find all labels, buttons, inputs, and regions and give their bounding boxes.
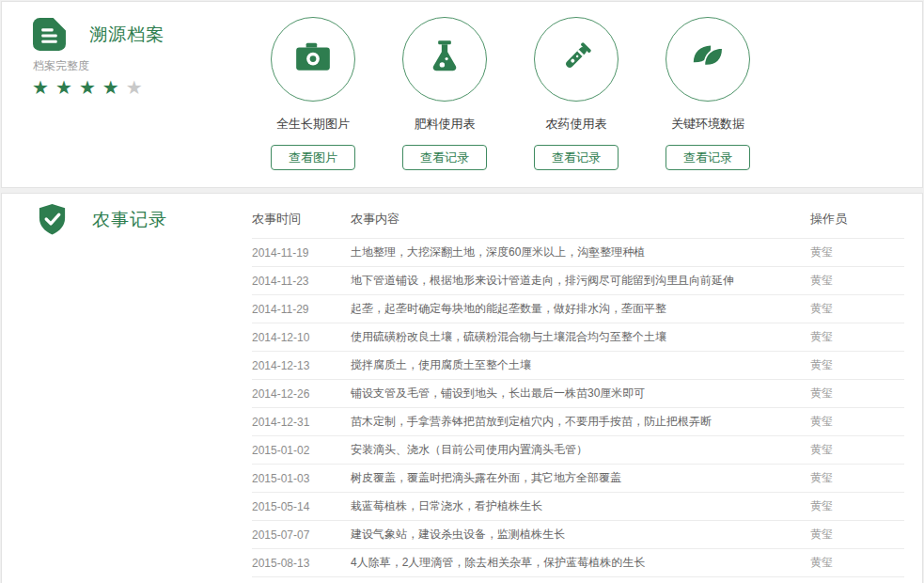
cell-content: 树皮覆盖，覆盖时把滴头露在外面，其它地方全部覆盖 bbox=[351, 465, 810, 493]
feature-growth-photos: 全生长期图片 查看图片 bbox=[247, 17, 379, 170]
fertilizer-circle[interactable] bbox=[402, 17, 487, 102]
completeness-label: 档案完整度 bbox=[33, 58, 239, 74]
view-photos-button[interactable]: 查看图片 bbox=[271, 145, 355, 170]
feature-environment: 关键环境数据 查看记录 bbox=[642, 17, 774, 170]
table-row: 2014-11-23地下管道铺设，根据地形来设计管道走向，排污阀尽可能留到沟里且… bbox=[252, 267, 904, 295]
cell-date: 2015-05-14 bbox=[252, 493, 351, 521]
cell-content: 起垄，起垄时确定每块地的能起垄数量，做好排水沟，垄面平整 bbox=[351, 295, 810, 323]
cell-content: 建设气象站，建设杀虫设备，监测植株生长 bbox=[351, 521, 810, 549]
archive-card: 溯源档案 档案完整度 ★★★★★ 全生长期图片 查看图片 bbox=[1, 1, 923, 188]
star-filled-icon: ★ bbox=[102, 77, 126, 98]
cell-content: 4人除草，2人理滴管，除去相关杂草，保护蓝莓植株的生长 bbox=[351, 549, 810, 577]
records-table: 农事时间 农事内容 操作员 2014-11-19土地整理，大挖深翻土地，深度60… bbox=[252, 203, 904, 577]
view-environment-button[interactable]: 查看记录 bbox=[666, 145, 750, 170]
archive-title: 溯源档案 bbox=[89, 23, 164, 47]
cell-content: 安装滴头、浇水（目前公司使用内置滴头毛管） bbox=[351, 436, 810, 465]
cell-operator: 黄玺 bbox=[810, 493, 904, 521]
cell-date: 2014-11-19 bbox=[252, 239, 351, 267]
cell-operator: 黄玺 bbox=[810, 408, 904, 436]
table-row: 2014-12-26铺设支管及毛管，铺设到地头，长出最后一株苗30厘米即可黄玺 bbox=[252, 380, 904, 408]
cell-date: 2014-11-23 bbox=[252, 267, 351, 295]
table-row: 2014-12-10使用硫磺粉改良土壤，硫磺粉混合物与土壤混合均匀至整个土壤黄玺 bbox=[252, 323, 904, 352]
document-icon bbox=[32, 17, 67, 52]
cell-date: 2014-12-26 bbox=[252, 380, 351, 408]
feature-fertilizer: 肥料使用表 查看记录 bbox=[379, 17, 510, 170]
flask-icon bbox=[425, 38, 464, 81]
cell-date: 2014-12-31 bbox=[252, 408, 351, 436]
test-tube-icon bbox=[556, 38, 596, 81]
cell-operator: 黄玺 bbox=[810, 295, 904, 323]
table-row: 2014-12-13搅拌腐质土，使用腐质土至整个土壤黄玺 bbox=[252, 352, 904, 380]
shield-check-icon bbox=[36, 202, 69, 237]
table-row: 2015-01-03树皮覆盖，覆盖时把滴头露在外面，其它地方全部覆盖黄玺 bbox=[252, 465, 904, 493]
feature-label: 肥料使用表 bbox=[379, 116, 510, 133]
cell-content: 栽蓝莓植株，日常浇水，看护植株生长 bbox=[351, 493, 810, 521]
cell-operator: 黄玺 bbox=[810, 436, 904, 465]
cell-content: 土地整理，大挖深翻土地，深度60厘米以上，沟壑整理种植 bbox=[351, 239, 810, 267]
table-row: 2015-07-07建设气象站，建设杀虫设备，监测植株生长黄玺 bbox=[252, 521, 904, 549]
cell-content: 地下管道铺设，根据地形来设计管道走向，排污阀尽可能留到沟里且向前延伸 bbox=[351, 267, 810, 295]
star-filled-icon: ★ bbox=[79, 77, 102, 98]
cell-content: 搅拌腐质土，使用腐质土至整个土壤 bbox=[351, 352, 810, 380]
feature-row: 全生长期图片 查看图片 肥料使用表 查看记录 bbox=[247, 17, 774, 170]
leaf-icon bbox=[688, 38, 728, 81]
cell-operator: 黄玺 bbox=[810, 239, 904, 267]
feature-pesticide: 农药使用表 查看记录 bbox=[510, 17, 642, 170]
col-header-content: 农事内容 bbox=[351, 203, 810, 239]
feature-label: 农药使用表 bbox=[510, 116, 642, 133]
cell-content: 苗木定制，手拿营养钵把苗放到定植穴内，不要用手按苗，防止把根弄断 bbox=[351, 408, 810, 436]
table-row: 2014-11-29起垄，起垄时确定每块地的能起垄数量，做好排水沟，垄面平整黄玺 bbox=[252, 295, 904, 323]
cell-date: 2015-07-07 bbox=[252, 521, 351, 549]
col-header-date: 农事时间 bbox=[252, 203, 351, 239]
star-empty-icon: ★ bbox=[126, 77, 149, 98]
table-row: 2014-11-19土地整理，大挖深翻土地，深度60厘米以上，沟壑整理种植黄玺 bbox=[252, 239, 904, 267]
camera-icon bbox=[293, 38, 333, 81]
cell-operator: 黄玺 bbox=[810, 267, 904, 295]
cell-date: 2015-01-02 bbox=[252, 436, 351, 465]
cell-content: 使用硫磺粉改良土壤，硫磺粉混合物与土壤混合均匀至整个土壤 bbox=[351, 323, 810, 352]
records-title: 农事记录 bbox=[92, 208, 167, 232]
cell-date: 2015-01-03 bbox=[252, 465, 351, 493]
cell-operator: 黄玺 bbox=[810, 352, 904, 380]
feature-label: 关键环境数据 bbox=[642, 116, 774, 133]
environment-circle[interactable] bbox=[666, 17, 750, 102]
cell-operator: 黄玺 bbox=[810, 521, 904, 549]
view-pesticide-button[interactable]: 查看记录 bbox=[534, 145, 619, 170]
archive-summary: 溯源档案 档案完整度 ★★★★★ bbox=[32, 17, 239, 99]
records-card: 农事记录 农事时间 农事内容 操作员 2014-11-19土地整理，大挖深翻土地… bbox=[1, 193, 923, 583]
star-filled-icon: ★ bbox=[32, 77, 55, 98]
cell-date: 2014-11-29 bbox=[252, 295, 351, 323]
cell-operator: 黄玺 bbox=[810, 323, 904, 352]
star-filled-icon: ★ bbox=[55, 77, 79, 98]
table-row: 2015-05-14栽蓝莓植株，日常浇水，看护植株生长黄玺 bbox=[252, 493, 904, 521]
cell-operator: 黄玺 bbox=[810, 549, 904, 577]
cell-operator: 黄玺 bbox=[810, 465, 904, 493]
view-fertilizer-button[interactable]: 查看记录 bbox=[402, 145, 487, 170]
pesticide-circle[interactable] bbox=[534, 17, 619, 102]
growth-photos-circle[interactable] bbox=[271, 17, 355, 102]
table-row: 2015-08-134人除草，2人理滴管，除去相关杂草，保护蓝莓植株的生长黄玺 bbox=[252, 549, 904, 577]
cell-content: 铺设支管及毛管，铺设到地头，长出最后一株苗30厘米即可 bbox=[351, 380, 810, 408]
cell-operator: 黄玺 bbox=[810, 380, 904, 408]
table-header-row: 农事时间 农事内容 操作员 bbox=[252, 203, 904, 239]
feature-label: 全生长期图片 bbox=[247, 116, 379, 133]
table-row: 2014-12-31苗木定制，手拿营养钵把苗放到定植穴内，不要用手按苗，防止把根… bbox=[252, 408, 904, 436]
cell-date: 2014-12-10 bbox=[252, 323, 351, 352]
rating-stars: ★★★★★ bbox=[32, 76, 239, 99]
col-header-operator: 操作员 bbox=[810, 203, 904, 239]
table-row: 2015-01-02安装滴头、浇水（目前公司使用内置滴头毛管）黄玺 bbox=[252, 436, 904, 465]
cell-date: 2015-08-13 bbox=[252, 549, 351, 577]
cell-date: 2014-12-13 bbox=[252, 352, 351, 380]
